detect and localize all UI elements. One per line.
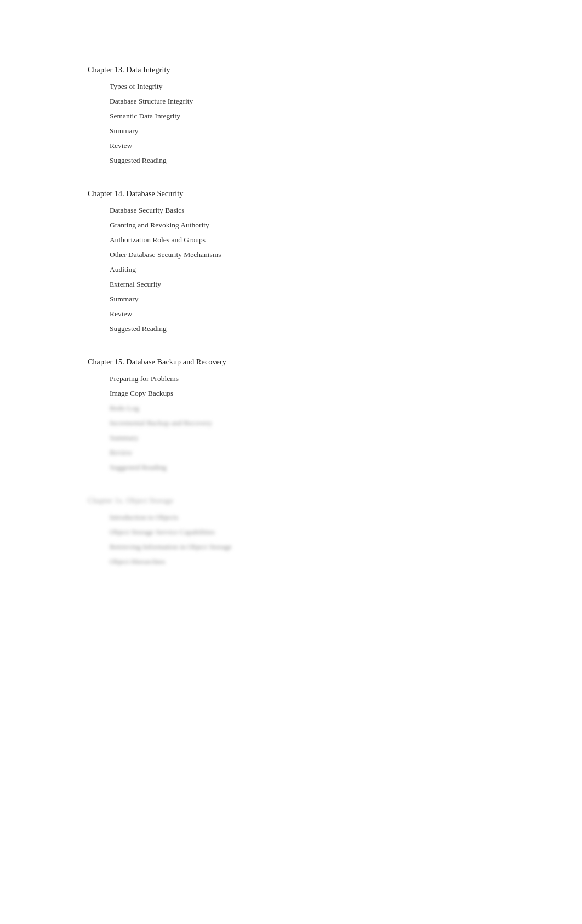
list-item[interactable]: Suggested Reading bbox=[110, 153, 494, 168]
chapter-items-ch16: Introduction to ObjectsObject Storage Se… bbox=[110, 510, 494, 569]
list-item[interactable]: Preparing for Problems bbox=[110, 371, 494, 386]
list-item[interactable]: Database Structure Integrity bbox=[110, 94, 494, 109]
list-item[interactable]: Auditing bbox=[110, 262, 494, 277]
list-item[interactable]: Summary bbox=[110, 123, 494, 138]
list-item[interactable]: Authorization Roles and Groups bbox=[110, 232, 494, 247]
list-item[interactable]: Object Hierarchies bbox=[110, 554, 494, 569]
chapter-section-ch14: Chapter 14. Database SecurityDatabase Se… bbox=[88, 190, 494, 336]
list-item[interactable]: External Security bbox=[110, 277, 494, 292]
list-item[interactable]: Incremental Backup and Recovery bbox=[110, 415, 494, 430]
list-item[interactable]: Introduction to Objects bbox=[110, 510, 494, 524]
list-item[interactable]: Object Storage Service Capabilities bbox=[110, 524, 494, 539]
list-item[interactable]: Image Copy Backups bbox=[110, 386, 494, 401]
list-item[interactable]: Suggested Reading bbox=[110, 460, 494, 475]
list-item[interactable]: Other Database Security Mechanisms bbox=[110, 247, 494, 262]
list-item[interactable]: Review bbox=[110, 306, 494, 321]
chapter-title-ch15[interactable]: Chapter 15. Database Backup and Recovery bbox=[88, 358, 494, 367]
chapter-section-ch15: Chapter 15. Database Backup and Recovery… bbox=[88, 358, 494, 475]
list-item[interactable]: Redo Log bbox=[110, 401, 494, 415]
chapter-title-ch14[interactable]: Chapter 14. Database Security bbox=[88, 190, 494, 198]
chapter-items-ch15: Preparing for ProblemsImage Copy Backups… bbox=[110, 371, 494, 475]
list-item[interactable]: Summary bbox=[110, 430, 494, 445]
list-item[interactable]: Types of Integrity bbox=[110, 79, 494, 94]
chapter-section-ch13: Chapter 13. Data IntegrityTypes of Integ… bbox=[88, 66, 494, 168]
list-item[interactable]: Suggested Reading bbox=[110, 321, 494, 336]
list-item[interactable]: Review bbox=[110, 445, 494, 460]
list-item[interactable]: Retrieving Information in Object Storage bbox=[110, 539, 494, 554]
list-item[interactable]: Database Security Basics bbox=[110, 203, 494, 218]
chapter-items-ch14: Database Security BasicsGranting and Rev… bbox=[110, 203, 494, 336]
list-item[interactable]: Summary bbox=[110, 292, 494, 306]
list-item[interactable]: Granting and Revoking Authority bbox=[110, 218, 494, 232]
chapter-title-ch13[interactable]: Chapter 13. Data Integrity bbox=[88, 66, 494, 75]
chapter-section-ch16: Chapter 1x. Object StorageIntroduction t… bbox=[88, 497, 494, 569]
list-item[interactable]: Review bbox=[110, 138, 494, 153]
page-content: Chapter 13. Data IntegrityTypes of Integ… bbox=[0, 0, 582, 657]
chapter-title-ch16[interactable]: Chapter 1x. Object Storage bbox=[88, 497, 494, 505]
chapter-items-ch13: Types of IntegrityDatabase Structure Int… bbox=[110, 79, 494, 168]
list-item[interactable]: Semantic Data Integrity bbox=[110, 109, 494, 123]
